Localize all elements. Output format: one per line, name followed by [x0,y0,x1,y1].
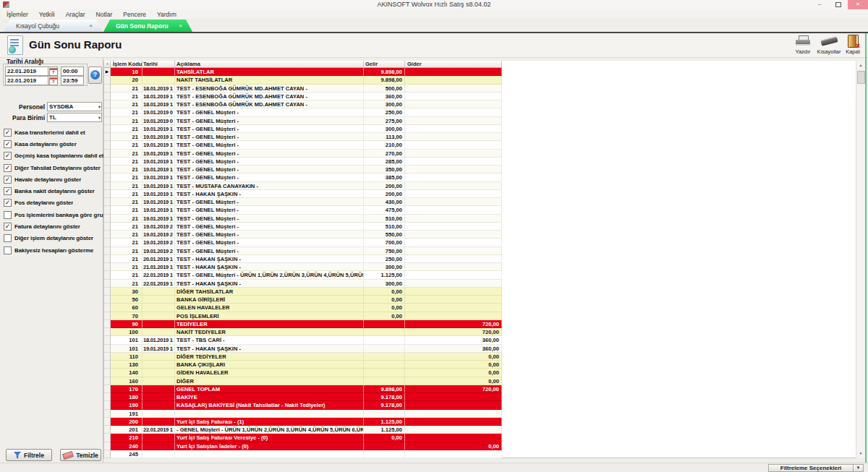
table-row[interactable]: 70POS İŞLEMLERİ0,00 [104,312,502,320]
table-row[interactable]: 2119.01.2019 1TEST - GENEL Müşteri -113,… [104,133,502,141]
checkbox[interactable]: ✓ [4,152,12,160]
table-row[interactable]: 30DİĞER TAHSİLATLAR0,00 [104,288,502,296]
checkbox[interactable]: ✓ [4,223,12,231]
table-row[interactable]: 2119.01.2019 1TEST - GENEL Müşteri -430,… [104,198,502,206]
table-row[interactable]: 245 [104,450,502,458]
start-time-input[interactable]: 00:00 [61,66,84,76]
checkbox[interactable]: ✓ [4,140,12,148]
menu-item-pencere[interactable]: Pencere [123,11,146,18]
table-row[interactable]: 10119.01.2019 1TEST - HAKAN ŞAŞKIN -360,… [104,345,502,353]
close-icon[interactable]: × [89,22,103,29]
scroll-down-icon[interactable]: ▼ [856,449,865,458]
menu-item-yetkili[interactable]: Yetkili [39,11,55,18]
column-header-tarihi[interactable]: Tarihi [142,61,175,68]
table-row[interactable]: 50BANKA GİRİŞLERİ0,00 [104,296,502,304]
cell-islem-kodu: 21 [111,247,142,255]
row-selector [104,166,111,173]
close-page-button[interactable]: Kapat [839,35,867,56]
end-date-input[interactable]: 22.01.2019 [5,76,48,85]
table-row[interactable]: 2119.01.2019 1TEST - GENEL Müşteri -510,… [104,215,502,223]
menu-item-araclar[interactable]: Araçlar [66,11,85,18]
table-row[interactable]: 2119.01.2019 2TEST - GENEL Müşteri -550,… [104,231,502,239]
row-selector [104,280,111,288]
scroll-up-icon[interactable]: ▲ [856,61,865,70]
help-button[interactable]: ? [88,66,102,84]
table-row[interactable]: 2119.01.2019 1TEST - MUSTAFA CANAYAKIN -… [104,182,502,190]
table-row[interactable]: 2120.01.2019 1TEST - HAKAN ŞAŞKIN -250,0… [104,255,502,263]
menu-item-notlar[interactable]: Notlar [96,11,113,18]
table-row[interactable]: 191 [104,410,502,418]
table-row[interactable]: 2119.01.2019 2TEST - GENEL Müşteri -750,… [104,247,502,255]
table-row[interactable]: 2118.01.2019 1TEST - ESENBOĞA GÜMRÜK MD.… [104,85,502,93]
vertical-scrollbar[interactable]: ▲ ▼ [856,61,865,458]
checkbox[interactable] [4,211,12,219]
checkbox[interactable]: ✓ [4,164,12,172]
table-row[interactable]: 140GİDEN HAVALELER0,00 [104,369,502,377]
checkbox[interactable]: ✓ [4,199,12,207]
table-row[interactable]: 2119.01.2019 1TEST - GENEL Müşteri -350,… [104,166,502,173]
table-row[interactable]: 20NAKİT TAHSİLATLAR9.898,00 [104,76,502,84]
close-icon[interactable]: × [179,22,192,29]
table-row[interactable]: 2119.01.2019 1TEST - GENEL Müşteri -270,… [104,150,502,158]
close-button[interactable]: × [848,0,868,9]
table-row[interactable]: 2118.01.2019 1TEST - ESENBOĞA GÜMRÜK MD.… [104,93,502,100]
start-date-input[interactable]: 22.01.2019 [5,66,48,76]
table-row[interactable]: 90TEDİYELER720,00 [104,320,502,328]
checkbox[interactable]: ✓ [4,176,12,184]
table-row[interactable]: 200Yurt İçi Satış Faturası - (1)1.125,00 [104,418,502,426]
column-header-islem-kodu[interactable]: İşlem Kodu [111,61,142,68]
column-header-gelir[interactable]: Gelir [364,61,405,68]
table-row[interactable]: 190KASA(LAR) BAKİYESİ (Nakit Tahsilatlar… [104,401,502,409]
filter-button[interactable]: Filtrele [6,449,52,461]
table-row[interactable]: 130BANKA ÇIKIŞLARI0,00 [104,361,502,369]
table-row[interactable]: 20122.01.2019 1- GENEL Müşteri - ÜRÜN 1,… [104,426,502,434]
column-header-gider[interactable]: Gider [405,61,502,68]
table-row[interactable]: 2119.01.2019 0TEST - GENEL Müşteri -275,… [104,117,502,125]
row-selector [104,271,111,279]
filter-options-button[interactable]: Filtreleme Seçenekleri ▼ [768,464,864,472]
table-row[interactable]: 2119.01.2019 2TEST - GENEL Müşteri -700,… [104,239,502,246]
table-row[interactable]: 110DİĞER TEDİYELER0,00 [104,353,502,361]
table-row[interactable]: 2122.01.2019 1TEST - HAKAN ŞAŞKIN -300,0… [104,280,502,288]
table-row[interactable]: 2119.01.2019 1TEST - HAKAN ŞAŞKIN -200,0… [104,190,502,198]
clear-button[interactable]: Temizle [60,449,101,461]
checkbox[interactable]: ✓ [4,187,12,195]
table-row[interactable]: 2119.01.2019 1TEST - GENEL Müşteri -210,… [104,141,502,149]
table-row[interactable]: 210Yurt İçi Satış Faturası Veresiye - (0… [104,434,502,442]
table-row[interactable]: 60GELEN HAVALELER0,00 [104,304,502,312]
table-row[interactable]: 2118.01.2019 1TEST - ESENBOĞA GÜMRÜK MD.… [104,100,502,108]
checkbox[interactable] [4,234,12,242]
tab-gun-sonu-raporu[interactable]: Gün Sonu Raporu × [103,20,192,32]
table-row[interactable]: 2119.01.2019 0TEST - GENEL Müşteri -250,… [104,108,502,116]
start-date-calendar-button[interactable] [48,66,58,76]
table-row[interactable]: 180BAKİYE9.178,00 [104,393,502,401]
table-row[interactable]: 2119.01.2019 1TEST - GENEL Müşteri -475,… [104,206,502,214]
table-row[interactable]: 170GENEL TOPLAM9.898,00720,00 [104,385,502,393]
table-row[interactable]: 2119.01.2019 2TEST - GENEL Müşteri -510,… [104,223,502,231]
table-row[interactable]: ▶10TAHSİLATLAR9.898,00 [104,68,502,76]
table-row[interactable]: 10118.01.2019 1TEST - TBS CARİ -360,00 [104,336,502,344]
table-row[interactable]: 2119.01.2019 1TEST - GENEL Müşteri -300,… [104,125,502,133]
print-button[interactable]: Yazdır [789,35,817,56]
menu-item-islemler[interactable]: İşlemler [7,11,28,18]
minimize-button[interactable]: – [810,0,829,9]
currency-select[interactable]: TL ▾ [47,113,102,122]
table-row[interactable]: 2122.01.2019 1TEST - GENEL Müşteri - ÜRÜ… [104,271,502,279]
maximize-button[interactable] [829,0,848,9]
table-row[interactable]: 2119.01.2019 1TEST - GENEL Müşteri -285,… [104,158,502,166]
personel-select[interactable]: SYSDBA ▾ [47,102,102,111]
end-date-calendar-button[interactable] [48,76,58,85]
scrollbar-thumb[interactable] [857,71,865,84]
tab-kisayol-cubugu[interactable]: Kısayol Çubuğu × [4,20,103,32]
checkbox[interactable]: ✓ [4,129,12,137]
table-row[interactable]: 2119.01.2019 1TEST - GENEL Müşteri -385,… [104,173,502,181]
table-row[interactable]: 160DİĞER0,00 [104,377,502,385]
end-time-input[interactable]: 23:59 [61,76,84,85]
row-selector [104,320,111,328]
table-row[interactable]: 2121.01.2019 1TEST - HAKAN ŞAŞKIN -300,0… [104,263,502,271]
menu-item-yardim[interactable]: Yardım [157,11,176,18]
checkbox[interactable] [4,246,12,254]
table-row[interactable]: 240Yurt İçi Satıştan İadeler - (0)0,00 [104,442,502,450]
table-row[interactable]: 100NAKİT TEDİYELER720,00 [104,328,502,336]
column-header-aciklama[interactable]: Açıklama [175,61,364,68]
